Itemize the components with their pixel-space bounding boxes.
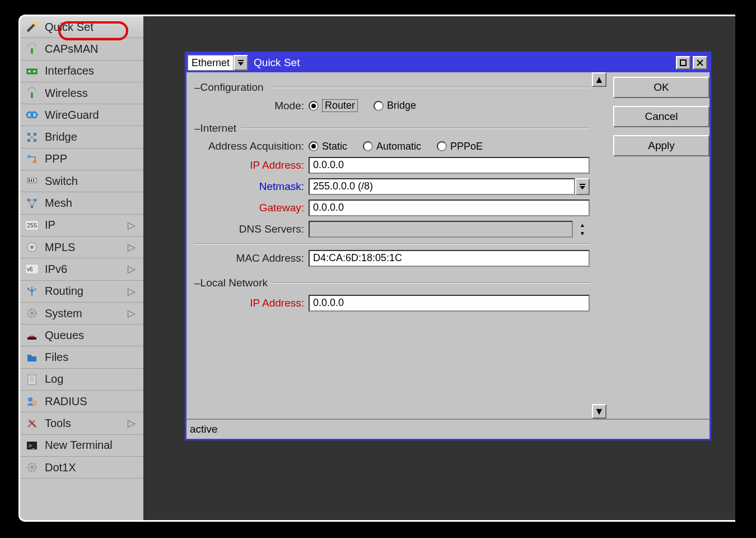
sidebar-item-ip[interactable]: 255 IP ▷ xyxy=(20,215,143,236)
sidebar-item-files[interactable]: Files xyxy=(20,346,143,368)
sidebar-item-label: Bridge xyxy=(45,131,77,143)
folder-icon xyxy=(25,351,39,364)
local-ip-input[interactable]: 0.0.0.0 xyxy=(309,295,590,312)
sidebar-item-log[interactable]: Log xyxy=(20,369,143,391)
antenna-icon xyxy=(25,42,39,55)
svg-rect-33 xyxy=(27,337,36,340)
sidebar-item-label: Wireless xyxy=(45,87,88,100)
form-area: – Configuration Mode: Router Bridge – In… xyxy=(186,72,592,419)
sidebar-item-ipv6[interactable]: v6 IPv6 ▷ xyxy=(20,258,143,280)
switch-icon xyxy=(25,174,39,188)
sidebar-item-label: Dot1X xyxy=(45,461,76,474)
sidebar-item-label: Interfaces xyxy=(45,64,94,77)
svg-rect-47 xyxy=(238,60,244,61)
interfaces-icon xyxy=(25,64,39,78)
svg-point-8 xyxy=(31,112,37,118)
sidebar-item-queues[interactable]: Queues xyxy=(20,324,143,346)
svg-point-32 xyxy=(30,312,34,315)
mpls-icon xyxy=(25,240,39,254)
svg-rect-18 xyxy=(29,179,30,182)
sidebar-item-label: Switch xyxy=(45,175,78,188)
interface-select[interactable]: Ethernet xyxy=(188,55,234,71)
svg-rect-6 xyxy=(31,92,33,98)
netmask-dropdown-button[interactable] xyxy=(575,178,590,195)
svg-marker-53 xyxy=(580,186,585,189)
chevron-right-icon: ▷ xyxy=(128,219,136,231)
svg-rect-5 xyxy=(34,71,35,72)
sidebar-item-radius[interactable]: RADIUS xyxy=(20,391,143,412)
mac-label: MAC Address: xyxy=(194,252,309,265)
acq-automatic-radio[interactable]: Automatic xyxy=(363,141,421,152)
bridge-icon xyxy=(25,131,39,144)
mode-bridge-label: Bridge xyxy=(387,100,416,112)
sidebar-item-wireguard[interactable]: WireGuard xyxy=(20,104,143,126)
acq-static-radio[interactable]: Static xyxy=(309,141,347,152)
sidebar-item-quick-set[interactable]: Quick Set xyxy=(20,16,143,38)
sidebar-item-label: WireGuard xyxy=(45,109,99,122)
sidebar-item-capsman[interactable]: CAPsMAN xyxy=(20,38,143,60)
log-icon xyxy=(25,373,39,386)
ipv6-icon: v6 xyxy=(25,262,39,276)
wireless-icon xyxy=(25,86,39,100)
sidebar-item-mesh[interactable]: Mesh xyxy=(20,192,143,214)
cancel-button[interactable]: Cancel xyxy=(613,106,710,127)
sidebar-item-interfaces[interactable]: Interfaces xyxy=(20,61,143,82)
local-ip-label: IP Address: xyxy=(194,297,309,309)
sidebar-item-label: IPv6 xyxy=(45,263,67,276)
svg-text:255: 255 xyxy=(27,222,37,229)
apply-button[interactable]: Apply xyxy=(613,135,710,156)
scroll-up-button[interactable]: ▲ xyxy=(592,72,606,87)
group-local: – Local Network xyxy=(194,277,590,289)
ok-button[interactable]: OK xyxy=(613,77,710,98)
mode-router-radio[interactable]: Router xyxy=(309,99,358,112)
group-internet-label: Internet xyxy=(200,122,236,134)
ip-icon: 255 xyxy=(25,219,39,232)
radius-icon xyxy=(25,395,39,408)
sidebar-item-label: New Terminal xyxy=(45,439,113,452)
sidebar-item-label: Log xyxy=(45,373,63,386)
sidebar-item-system[interactable]: System ▷ xyxy=(20,303,143,324)
chevron-right-icon: ▷ xyxy=(128,285,136,298)
vertical-scrollbar[interactable]: ▲ ▼ xyxy=(592,72,606,419)
chevron-right-icon: ▷ xyxy=(128,307,136,319)
sidebar-item-routing[interactable]: Routing ▷ xyxy=(20,281,143,303)
dns-input[interactable] xyxy=(309,221,573,238)
sidebar-item-dot1x[interactable]: Dot1X xyxy=(20,457,143,479)
group-configuration: – Configuration xyxy=(194,81,590,94)
netmask-input[interactable]: 255.0.0.0 (/8) xyxy=(309,178,575,195)
dns-label: DNS Servers: xyxy=(194,223,309,235)
svg-rect-20 xyxy=(33,179,34,182)
window-title: Quick Set xyxy=(254,57,676,69)
netmask-label: Netmask: xyxy=(194,180,309,193)
interface-select-dropdown[interactable] xyxy=(234,55,248,71)
sidebar-item-label: RADIUS xyxy=(45,395,87,408)
routing-icon xyxy=(25,285,39,298)
sidebar-item-label: Queues xyxy=(45,329,84,342)
separator xyxy=(194,243,590,244)
sidebar-item-tools[interactable]: Tools ▷ xyxy=(20,412,143,434)
sidebar-item-ppp[interactable]: PPP xyxy=(20,149,143,170)
dns-spinner[interactable]: ▲▼ xyxy=(575,221,590,238)
ppp-icon xyxy=(25,152,39,166)
sidebar-item-label: Quick Set xyxy=(45,21,94,34)
ip-address-input[interactable]: 0.0.0.0 xyxy=(309,157,590,174)
sidebar-item-wireless[interactable]: Wireless xyxy=(20,82,143,104)
titlebar[interactable]: Ethernet Quick Set xyxy=(186,53,710,72)
gear-icon xyxy=(25,307,39,320)
sidebar-item-switch[interactable]: Switch xyxy=(20,170,143,192)
chevron-right-icon: ▷ xyxy=(128,241,136,253)
sidebar-item-label: Mesh xyxy=(45,197,72,210)
mesh-icon xyxy=(25,197,39,210)
mode-bridge-radio[interactable]: Bridge xyxy=(374,100,416,112)
sidebar-item-mpls[interactable]: MPLS ▷ xyxy=(20,236,143,258)
gateway-input[interactable]: 0.0.0.0 xyxy=(309,200,590,216)
sidebar-item-new-terminal[interactable]: >_ New Terminal xyxy=(20,435,143,457)
sidebar-item-bridge[interactable]: Bridge xyxy=(20,126,143,148)
main-window: Quick Set CAPsMAN Interfaces Wireless Wi… xyxy=(18,15,735,522)
close-button[interactable] xyxy=(693,56,707,69)
scroll-down-button[interactable]: ▼ xyxy=(592,404,606,419)
acq-pppoe-radio[interactable]: PPPoE xyxy=(437,141,483,152)
maximize-button[interactable] xyxy=(676,56,690,69)
sidebar-item-label: System xyxy=(45,307,82,320)
mac-input[interactable]: D4:CA:6D:18:05:1C xyxy=(309,250,590,267)
